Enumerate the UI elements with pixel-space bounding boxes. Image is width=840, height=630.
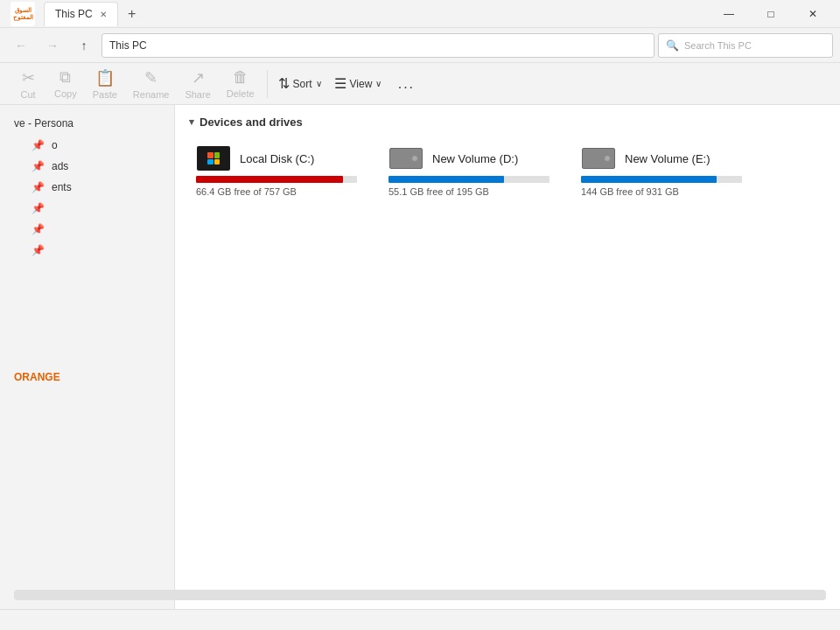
more-button[interactable]: ... [388,65,424,103]
search-icon: 🔍 [666,39,679,52]
maximize-button[interactable]: □ [751,0,791,28]
drive-d-tile[interactable]: New Volume (D:) 55.1 GB free of 195 GB [382,139,556,202]
sidebar-item-2[interactable]: 📌 ents [4,177,171,198]
pin-icon-2: 📌 [32,181,45,193]
search-bar[interactable]: 🔍 Search This PC [658,33,833,58]
drives-grid: Local Disk (C:) 66.4 GB free of 757 GB N… [189,139,826,202]
sort-label: Sort [293,78,312,90]
drive-d-icon [389,148,423,169]
forward-icon: → [46,38,59,52]
sidebar-item-5[interactable]: 📌 [4,240,171,261]
sidebar-item-label-1: ads [52,160,68,172]
sidebar-item-1[interactable]: 📌 ads [4,156,171,177]
drive-e-top: New Volume (E:) [581,144,742,172]
section-chevron[interactable]: ▾ [189,116,194,128]
windows-logo [207,152,220,164]
title-bar: السوقالمفتوح This PC ✕ + — □ ✕ [0,0,840,28]
delete-label: Delete [227,88,255,99]
drive-d-icon-wrapper [388,144,424,172]
app-logo: السوقالمفتوح [7,2,38,26]
minimize-button[interactable]: — [709,0,749,28]
paste-button[interactable]: 📋 Paste [86,65,124,103]
cut-label: Cut [20,89,35,100]
drive-c-bar-container [196,176,357,183]
drive-e-tile[interactable]: New Volume (E:) 144 GB free of 931 GB [574,139,749,202]
forward-button[interactable]: → [38,32,66,60]
address-text: This PC [109,39,147,52]
back-icon: ← [15,38,27,52]
drive-c-info: 66.4 GB free of 757 GB [196,186,357,197]
paste-icon: 📋 [95,68,115,88]
rename-label: Rename [133,89,170,100]
pin-icon-4: 📌 [32,223,45,235]
copy-icon: ⧉ [60,68,71,87]
drive-c-tile[interactable]: Local Disk (C:) 66.4 GB free of 757 GB [189,139,364,202]
share-icon: ↗ [192,68,205,88]
drive-e-icon-wrapper [581,144,616,172]
sidebar-item-label-2: ents [52,181,72,193]
nav-bar: ← → ↑ This PC 🔍 Search This PC [0,28,840,63]
pin-icon-1: 📌 [32,160,45,172]
drive-d-bar [388,176,504,183]
active-tab[interactable]: This PC ✕ [44,2,118,26]
drive-e-icon [582,148,615,169]
sidebar-item-4[interactable]: 📌 [4,219,171,240]
sort-button[interactable]: ⇅ Sort ∨ [273,65,327,103]
drive-c-icon-wrapper [196,144,231,172]
pin-icon-5: 📌 [32,244,45,256]
address-bar[interactable]: This PC [102,33,654,58]
search-placeholder: Search This PC [684,40,752,51]
cursor-area [812,75,830,93]
more-icon: ... [398,76,415,92]
toolbar-separator-1 [267,70,268,98]
sidebar-item-3[interactable]: 📌 [4,198,171,219]
drive-c-bar [196,176,343,183]
drive-d-info: 55.1 GB free of 195 GB [388,186,550,197]
sidebar-item-label-0: o [52,139,58,151]
up-button[interactable]: ↑ [70,32,98,60]
section-title: Devices and drives [200,116,303,129]
sidebar-bottom-area [7,586,175,604]
delete-button[interactable]: 🗑 Delete [220,65,262,103]
main-layout: ve - Persona 📌 o 📌 ads 📌 ents 📌 📌 📌 ORAN… [0,105,840,609]
copy-button[interactable]: ⧉ Copy [47,65,84,103]
pin-icon-3: 📌 [32,202,45,214]
tab-close-icon[interactable]: ✕ [100,10,107,19]
toolbar: ✂ Cut ⧉ Copy 📋 Paste ✎ Rename ↗ Share 🗑 … [0,63,840,105]
win-quad-blue [207,159,214,165]
sidebar: ve - Persona 📌 o 📌 ads 📌 ents 📌 📌 📌 ORAN… [0,105,175,609]
close-button[interactable]: ✕ [793,0,833,28]
delete-icon: 🗑 [233,68,248,87]
sidebar-persona: ve - Persona [0,112,174,135]
content-area: ▾ Devices and drives [175,105,840,609]
rename-button[interactable]: ✎ Rename [126,65,177,103]
view-button[interactable]: ☰ View ∨ [329,65,388,103]
back-button[interactable]: ← [7,32,35,60]
sidebar-orange-label: ORANGE [0,366,174,388]
cut-button[interactable]: ✂ Cut [10,65,46,103]
rename-icon: ✎ [144,68,158,88]
win-quad-red [207,152,214,158]
drive-d-name: New Volume (D:) [432,152,518,165]
view-dropdown-arrow: ∨ [375,79,382,88]
sidebar-item-0[interactable]: 📌 o [4,135,171,156]
drive-e-bar-container [581,176,742,183]
win-quad-yellow [214,159,220,165]
win-quad-green [214,152,220,158]
share-button[interactable]: ↗ Share [178,65,217,103]
window-controls: — □ ✕ [709,0,833,28]
up-icon: ↑ [81,38,88,52]
new-tab-button[interactable]: + [120,2,144,26]
status-bar [0,609,840,630]
view-label: View [350,78,373,90]
view-icon: ☰ [334,75,346,92]
cut-icon: ✂ [22,68,35,88]
sidebar-bottom-button[interactable] [14,590,175,600]
tab-area: السوقالمفتوح This PC ✕ + [7,2,144,26]
copy-label: Copy [54,88,77,99]
drive-e-name: New Volume (E:) [625,152,710,165]
paste-label: Paste [93,89,117,100]
pin-icon-0: 📌 [32,139,45,151]
drive-d-bar-container [388,176,550,183]
drive-c-icon [197,146,230,171]
